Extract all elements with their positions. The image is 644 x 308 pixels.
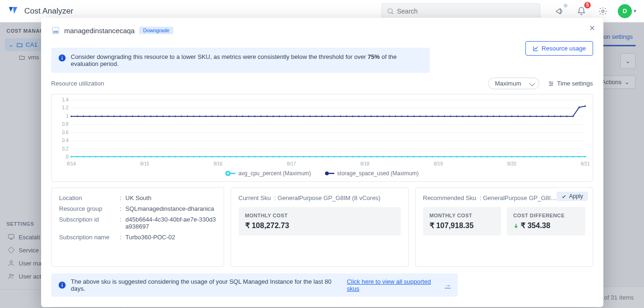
svg-point-51 [138, 115, 139, 117]
svg-point-61 [199, 115, 200, 117]
svg-point-44 [95, 115, 96, 117]
search-icon [387, 7, 394, 15]
svg-point-14 [552, 83, 552, 84]
svg-point-53 [150, 115, 151, 117]
svg-point-94 [401, 115, 402, 117]
modal-close-button[interactable] [588, 24, 596, 32]
svg-point-191 [474, 156, 475, 158]
notifications-button[interactable]: 5 [575, 5, 588, 18]
notification-count-badge: 5 [584, 2, 591, 8]
svg-rect-215 [62, 285, 63, 287]
svg-point-151 [229, 156, 231, 158]
svg-point-46 [107, 115, 108, 117]
svg-text:0: 0 [66, 154, 69, 159]
svg-point-158 [272, 156, 274, 158]
svg-point-84 [340, 115, 341, 117]
svg-point-103 [456, 115, 457, 117]
close-icon [588, 24, 596, 32]
svg-point-108 [486, 115, 488, 117]
svg-point-160 [284, 156, 286, 158]
svg-point-15 [550, 85, 551, 86]
svg-point-131 [107, 156, 108, 158]
svg-point-63 [211, 115, 212, 117]
svg-point-197 [511, 156, 512, 158]
svg-point-145 [193, 156, 194, 158]
svg-text:0.2: 0.2 [62, 146, 68, 151]
sliders-icon [548, 80, 554, 87]
banner-text: Consider downgrading this resource to a … [71, 53, 423, 67]
svg-point-182 [419, 156, 420, 158]
user-menu[interactable]: D ▾ [618, 4, 637, 18]
apply-button[interactable]: Apply [557, 192, 587, 201]
svg-point-113 [517, 115, 518, 117]
view-skus-link[interactable]: Click here to view all supported skus → [347, 278, 451, 292]
svg-point-168 [333, 156, 335, 158]
svg-point-66 [229, 115, 231, 117]
svg-point-56 [168, 115, 170, 117]
svg-point-142 [174, 156, 176, 158]
svg-point-183 [425, 156, 426, 158]
svg-point-212 [325, 172, 329, 175]
svg-point-152 [235, 156, 237, 158]
svg-point-92 [389, 115, 390, 117]
svg-point-90 [376, 115, 378, 117]
modal-overlay[interactable]: SQL managedinstancecaqa Downgrade Consid… [0, 22, 644, 308]
svg-point-179 [401, 156, 402, 158]
announce-dot [564, 4, 567, 7]
svg-point-198 [517, 156, 518, 158]
svg-point-41 [77, 115, 78, 117]
svg-point-137 [144, 156, 145, 158]
svg-point-154 [248, 156, 249, 158]
legend-cpu: avg_cpu_percent (Maximum) [225, 170, 311, 177]
svg-point-111 [505, 115, 506, 117]
svg-point-166 [321, 156, 323, 158]
svg-point-123 [578, 107, 580, 108]
svg-text:8/18: 8/18 [360, 161, 369, 166]
panel-details: Location:UK South Resource group:SQLmana… [51, 187, 224, 267]
svg-point-71 [260, 115, 262, 117]
section-title: Resource utilization [51, 80, 104, 87]
arrow-right-icon: → [445, 282, 451, 289]
svg-point-175 [376, 156, 378, 158]
announce-button[interactable] [553, 5, 566, 18]
search-input[interactable] [397, 7, 535, 15]
svg-point-54 [156, 115, 157, 117]
svg-point-87 [358, 115, 359, 117]
svg-point-136 [138, 156, 139, 158]
svg-point-62 [205, 115, 206, 117]
svg-point-80 [315, 115, 317, 117]
aggregation-select[interactable]: Maximum [488, 78, 539, 89]
svg-point-47 [113, 115, 114, 117]
svg-rect-216 [62, 283, 63, 284]
svg-point-202 [541, 156, 543, 158]
svg-point-70 [254, 115, 255, 117]
resource-usage-button[interactable]: Resource usage [525, 41, 593, 56]
sql-instance-icon: SQL [51, 26, 60, 35]
svg-point-57 [174, 115, 176, 117]
svg-point-75 [284, 115, 286, 117]
svg-point-149 [217, 156, 219, 158]
svg-point-114 [523, 115, 524, 117]
svg-point-72 [266, 115, 268, 117]
svg-point-122 [572, 115, 573, 117]
time-settings-button[interactable]: Time settings [548, 80, 593, 87]
panel-current-sku: Current Sku : GeneralPurpose GP_G8IM (8 … [231, 187, 409, 267]
svg-point-200 [529, 156, 531, 158]
svg-point-40 [70, 115, 71, 117]
settings-button[interactable] [596, 5, 609, 18]
svg-point-187 [450, 156, 451, 158]
svg-point-132 [113, 156, 114, 158]
svg-point-203 [547, 156, 549, 158]
svg-point-153 [241, 156, 243, 158]
footer-note: The above sku is suggested considering t… [51, 273, 458, 297]
svg-text:8/20: 8/20 [507, 161, 517, 166]
svg-point-141 [168, 156, 170, 158]
svg-point-110 [499, 115, 500, 117]
global-search[interactable] [382, 3, 540, 19]
check-icon [561, 194, 566, 199]
svg-point-95 [407, 115, 408, 117]
svg-point-109 [493, 115, 494, 117]
svg-point-207 [572, 156, 573, 158]
svg-point-156 [260, 156, 262, 158]
svg-text:8/19: 8/19 [434, 161, 443, 166]
